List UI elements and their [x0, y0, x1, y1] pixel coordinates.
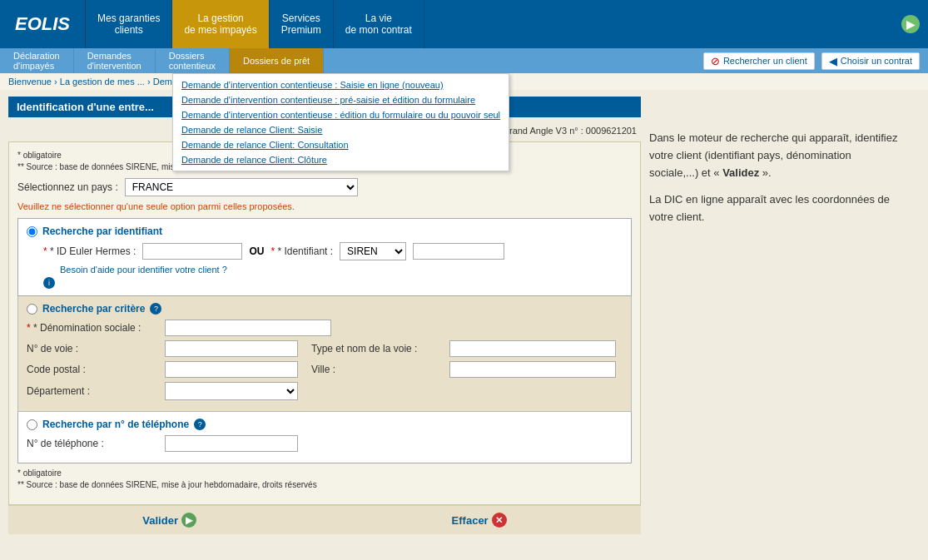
header: EOLIS Mes garantiesclients La gestionde …	[0, 0, 928, 48]
code-postal-input[interactable]	[165, 361, 298, 378]
nav-la-vie-label: La viede mon contrat	[345, 12, 412, 36]
nav-services-premium[interactable]: ServicesPremium	[270, 0, 334, 48]
breadcrumb-sep2: ›	[147, 77, 153, 87]
go-button[interactable]: ▶	[893, 0, 928, 48]
sub-nav-demandes-label: Demandesd'intervention	[87, 51, 141, 71]
logo[interactable]: EOLIS	[0, 0, 86, 48]
id-row: * ID Euler Hermes : OU * Identifiant : S…	[43, 242, 623, 260]
prohibit-icon: ⊘	[711, 55, 720, 67]
type-voie-label: Type et nom de la voie :	[311, 343, 436, 354]
search-client-button[interactable]: ⊘ Rechercher un client	[703, 52, 815, 70]
form-section: * obligatoire ** Source : base de donnée…	[8, 141, 641, 505]
country-row: Sélectionnez un pays : FRANCE BELGIQUE A…	[17, 178, 632, 196]
country-warning: Veuillez ne sélectionner qu'une seule op…	[17, 201, 632, 211]
dropdown-item-5[interactable]: Demande de relance Client: Clôture	[173, 152, 509, 167]
dropdown-item-0[interactable]: Demande d'intervention contentieuse : Sa…	[173, 77, 509, 92]
choose-contract-button[interactable]: ◀ Choisir un contrat	[821, 52, 920, 70]
sub-nav: Déclarationd'impayés Demandesd'intervent…	[0, 48, 928, 73]
dropdown-item-2[interactable]: Demande d'intervention contentieuse : éd…	[173, 107, 509, 122]
nav-services-premium-label: ServicesPremium	[281, 12, 321, 36]
denomination-input[interactable]	[165, 320, 331, 336]
sub-nav-declaration[interactable]: Déclarationd'impayés	[0, 48, 74, 73]
effacer-icon: ✕	[492, 513, 507, 528]
id-euler-input[interactable]	[142, 243, 242, 260]
tel-row: N° de téléphone :	[27, 435, 623, 452]
type-voie-input[interactable]	[449, 340, 616, 357]
id-euler-label: * ID Euler Hermes :	[43, 245, 136, 257]
critere-radio[interactable]	[27, 304, 37, 315]
sub-nav-declaration-label: Déclarationd'impayés	[13, 51, 60, 71]
tel-number-label: N° de téléphone :	[27, 438, 151, 449]
tel-radio[interactable]	[27, 419, 37, 430]
search-buttons: ⊘ Rechercher un client ◀ Choisir un cont…	[695, 48, 928, 73]
dept-row: Département : 01 - Ain 02 - Aisne	[27, 382, 623, 400]
search-client-label: Rechercher un client	[723, 56, 807, 66]
help-circle-sm[interactable]: i	[43, 277, 55, 289]
dropdown-item-4[interactable]: Demande de relance Client: Consultation	[173, 137, 509, 152]
identifiant-label-field: * Identifiant :	[270, 245, 333, 257]
no-voie-input[interactable]	[165, 340, 298, 357]
breadcrumb-sep1: ›	[54, 77, 60, 87]
ville-input[interactable]	[449, 361, 616, 378]
critere-label[interactable]: Recherche par critère	[42, 303, 145, 315]
voie-row: N° de voie : Type et nom de la voie :	[27, 340, 623, 357]
sub-nav-dossiers-pret[interactable]: Dossiers de prêt	[230, 48, 324, 73]
bottom-notes: * obligatoire ** Source : base de donnée…	[17, 468, 632, 489]
valider-label: Valider	[142, 514, 178, 527]
nav-la-gestion[interactable]: La gestionde mes impayés	[172, 0, 269, 48]
dropdown-menu: Demande d'intervention contentieuse : Sa…	[172, 73, 509, 171]
right-panel: Dans le moteur de recherche qui apparaît…	[649, 97, 899, 534]
country-select[interactable]: FRANCE BELGIQUE ALLEMAGNE	[125, 178, 358, 196]
nav-la-gestion-label: La gestionde mes impayés	[184, 12, 256, 36]
tel-label[interactable]: Recherche par n° de téléphone	[42, 419, 189, 430]
mandatory-note-bottom: * obligatoire	[17, 468, 632, 478]
help-link[interactable]: Besoin d'aide pour identifier votre clie…	[60, 265, 227, 275]
no-voie-label: N° de voie :	[27, 343, 151, 354]
bottom-buttons: Valider ▶ Effacer ✕	[8, 505, 641, 534]
critere-section: Recherche par critère ? * Dénomination s…	[17, 296, 632, 412]
critere-help-icon[interactable]: ?	[150, 303, 161, 315]
sub-nav-dossiers-pret-label: Dossiers de prêt	[243, 56, 310, 66]
denomination-label: * Dénomination sociale :	[27, 322, 151, 334]
ou-text: OU	[249, 245, 264, 257]
help-row: Besoin d'aide pour identifier votre clie…	[43, 264, 623, 289]
denomination-row: * Dénomination sociale :	[27, 320, 623, 336]
tel-section: Recherche par n° de téléphone ? N° de té…	[17, 412, 632, 463]
effacer-label: Effacer	[452, 514, 489, 527]
dropdown-item-3[interactable]: Demande de relance Client: Saisie	[173, 122, 509, 137]
country-label: Sélectionnez un pays :	[17, 181, 118, 193]
nav-la-vie[interactable]: La viede mon contrat	[334, 0, 424, 48]
code-postal-label: Code postal :	[27, 364, 151, 375]
dropdown-item-1[interactable]: Demande d'intervention contentieuse : pr…	[173, 92, 509, 107]
valider-icon: ▶	[181, 513, 196, 528]
ville-label: Ville :	[311, 364, 436, 375]
nav-mes-garanties[interactable]: Mes garantiesclients	[86, 0, 172, 48]
back-icon: ◀	[829, 55, 837, 67]
tel-header: Recherche par n° de téléphone ?	[27, 419, 623, 430]
sirene-note-bottom: ** Source : base de données SIRENE, mise…	[17, 480, 632, 489]
breadcrumb-gestion[interactable]: La gestion de mes ...	[60, 77, 145, 87]
identifiant-radio[interactable]	[27, 226, 37, 237]
departement-label: Département :	[27, 385, 151, 397]
siren-input[interactable]	[413, 243, 504, 260]
identifiant-label[interactable]: Recherche par identifiant	[42, 225, 162, 237]
nav-mes-garanties-label: Mes garantiesclients	[97, 12, 160, 36]
valider-button[interactable]: Valider ▶	[142, 513, 196, 528]
siren-type-select[interactable]: SIREN SIRET TVA	[340, 242, 406, 260]
critere-header: Recherche par critère ?	[27, 303, 623, 315]
sub-nav-dossiers-label: Dossierscontentieux	[169, 51, 216, 71]
right-panel-para1: Dans le moteur de recherche qui apparaît…	[649, 130, 899, 181]
departement-select[interactable]: 01 - Ain 02 - Aisne	[165, 382, 298, 400]
identifiant-section: Recherche par identifiant * ID Euler Her…	[17, 218, 632, 296]
breadcrumb-home[interactable]: Bienvenue	[8, 77, 52, 87]
choose-contract-label: Choisir un contrat	[841, 56, 912, 66]
sub-nav-dossiers[interactable]: Dossierscontentieux	[156, 48, 230, 73]
top-nav: Mes garantiesclients La gestionde mes im…	[86, 0, 928, 48]
tel-input[interactable]	[165, 435, 298, 452]
right-panel-para2: La DIC en ligne apparaît avec les coordo…	[649, 191, 899, 226]
effacer-button[interactable]: Effacer ✕	[452, 513, 507, 528]
sub-nav-demandes[interactable]: Demandesd'intervention	[74, 48, 156, 73]
identifiant-header: Recherche par identifiant	[27, 225, 623, 237]
tel-help-icon[interactable]: ?	[194, 419, 206, 430]
go-icon: ▶	[901, 15, 920, 33]
